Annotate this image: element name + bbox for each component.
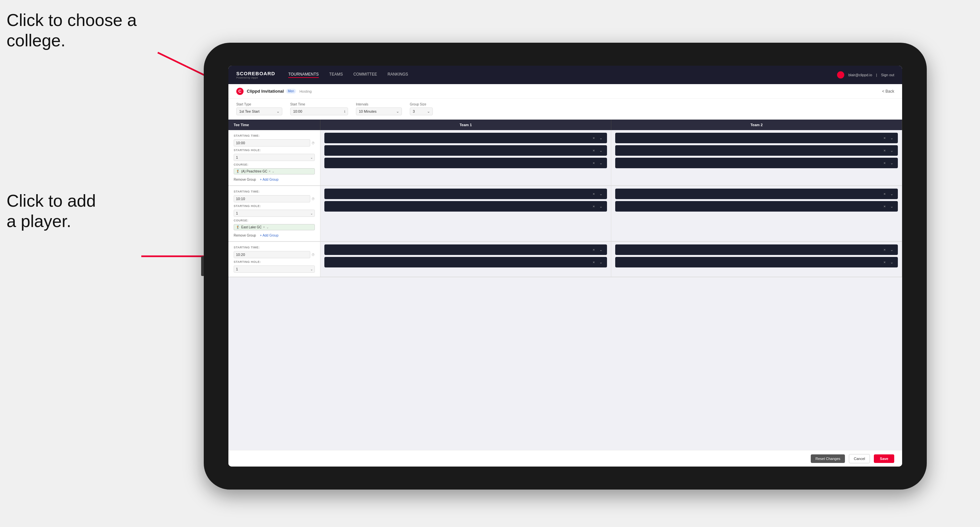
nav-tournaments[interactable]: TOURNAMENTS bbox=[288, 72, 318, 78]
player-chevron-btn-2-t2-2[interactable]: ⌄ bbox=[889, 204, 894, 209]
start-time-input[interactable] bbox=[290, 108, 348, 115]
player-row-2-t2-1[interactable]: × ⌄ bbox=[615, 189, 898, 199]
nav-bar: SCOREBOARD Powered by clippd TOURNAMENTS… bbox=[228, 66, 902, 84]
starting-hole-select-2[interactable]: 1 bbox=[234, 210, 315, 217]
player-row-1-t2-1[interactable]: × ⌄ bbox=[615, 133, 898, 143]
th-team2: Team 2 bbox=[611, 120, 902, 130]
cancel-button[interactable]: Cancel bbox=[849, 454, 870, 463]
player-x-btn-1-t2-3[interactable]: × bbox=[882, 160, 887, 166]
player-chevron-btn-2-t2-1[interactable]: ⌄ bbox=[889, 191, 894, 197]
player-chevron-btn-3-t1-2[interactable]: ⌄ bbox=[598, 260, 604, 265]
player-x-btn-3-t2-1[interactable]: × bbox=[882, 247, 887, 252]
course-edit-2[interactable]: ⌄ bbox=[266, 225, 269, 229]
course-remove-1[interactable]: × bbox=[269, 170, 270, 173]
sign-out-link[interactable]: Sign out bbox=[881, 73, 894, 77]
course-remove-2[interactable]: × bbox=[263, 225, 265, 229]
player-row-1-t1-2[interactable]: × ⌄ bbox=[325, 145, 607, 156]
course-name-2: East Lake GC bbox=[241, 225, 262, 229]
player-row-2-t1-2[interactable]: × ⌄ bbox=[325, 201, 607, 211]
intervals-label: Intervals bbox=[356, 103, 402, 106]
course-flag-1: 🏌 bbox=[236, 170, 240, 173]
player-chevron-btn-1-t2-3[interactable]: ⌄ bbox=[889, 160, 894, 166]
player-x-btn-3-t1-1[interactable]: × bbox=[592, 247, 596, 252]
player-chevron-btn-1-t1-2[interactable]: ⌄ bbox=[598, 148, 604, 154]
player-chevron-btn-1-t1-1[interactable]: ⌄ bbox=[598, 135, 604, 141]
player-x-btn-1-t1-2[interactable]: × bbox=[592, 148, 596, 153]
starting-time-label-1: STARTING TIME: bbox=[234, 134, 315, 137]
starting-time-input-3[interactable] bbox=[234, 251, 310, 258]
group-1-left: STARTING TIME: ⏱ STARTING HOLE: 1 COURSE… bbox=[228, 130, 320, 185]
course-tag-1[interactable]: 🏌 (A) Peachtree GC × ⌄ bbox=[234, 168, 315, 175]
player-x-btn-2-t1-1[interactable]: × bbox=[592, 191, 596, 197]
player-chevron-btn-1-t2-2[interactable]: ⌄ bbox=[889, 148, 894, 154]
nav-rankings[interactable]: RANKINGS bbox=[387, 72, 408, 78]
player-chevron-btn-3-t1-1[interactable]: ⌄ bbox=[598, 247, 604, 252]
group-size-select[interactable]: 3 bbox=[410, 108, 433, 115]
intervals-select-wrapper: 10 Minutes bbox=[356, 108, 402, 115]
player-row-1-t2-3[interactable]: × ⌄ bbox=[615, 158, 898, 168]
player-chevron-btn-2-t1-1[interactable]: ⌄ bbox=[598, 191, 604, 197]
player-chevron-btn-2-t1-2[interactable]: ⌄ bbox=[598, 204, 604, 209]
player-row-3-t2-2[interactable]: × ⌄ bbox=[615, 257, 898, 267]
starting-hole-select-1[interactable]: 1 bbox=[234, 154, 315, 161]
back-button[interactable]: < Back bbox=[882, 89, 894, 94]
table-header: Tee Time Team 1 Team 2 bbox=[228, 120, 902, 130]
player-chevron-btn-3-t2-2[interactable]: ⌄ bbox=[889, 260, 894, 265]
remove-group-2[interactable]: Remove Group bbox=[234, 233, 256, 237]
user-avatar bbox=[837, 71, 844, 79]
starting-time-input-2[interactable] bbox=[234, 195, 310, 202]
start-time-group: Start Time ℹ bbox=[290, 103, 348, 115]
player-x-btn-2-t2-2[interactable]: × bbox=[882, 204, 887, 209]
course-tag-2[interactable]: 🏌 East Lake GC × ⌄ bbox=[234, 224, 315, 230]
remove-group-1[interactable]: Remove Group bbox=[234, 178, 256, 181]
group-row-2: STARTING TIME: ⏱ STARTING HOLE: 1 COURSE… bbox=[228, 186, 902, 242]
player-x-btn-3-t1-2[interactable]: × bbox=[592, 260, 596, 265]
player-row-2-t1-1[interactable]: × ⌄ bbox=[325, 189, 607, 199]
player-x-btn-2-t2-1[interactable]: × bbox=[882, 191, 887, 197]
add-group-2[interactable]: + Add Group bbox=[260, 233, 278, 237]
hosting-label: Hosting bbox=[299, 89, 312, 93]
starting-hole-select-3[interactable]: 1 bbox=[234, 265, 315, 273]
player-x-btn-1-t1-1[interactable]: × bbox=[592, 135, 596, 141]
starting-hole-label-3: STARTING HOLE: bbox=[234, 260, 315, 264]
player-row-1-t2-2[interactable]: × ⌄ bbox=[615, 145, 898, 156]
player-row-2-t2-2[interactable]: × ⌄ bbox=[615, 201, 898, 211]
group-3-team2: × ⌄ × ⌄ bbox=[611, 242, 902, 277]
group-row-3: STARTING TIME: ⏱ STARTING HOLE: 1 × bbox=[228, 242, 902, 277]
course-edit-1[interactable]: ⌄ bbox=[272, 170, 274, 173]
group-3-team1: × ⌄ × ⌄ bbox=[320, 242, 611, 277]
player-x-btn-1-t1-3[interactable]: × bbox=[592, 160, 596, 166]
reset-changes-button[interactable]: Reset Changes bbox=[811, 454, 845, 463]
nav-right: blair@clippd.io | Sign out bbox=[837, 71, 894, 79]
player-x-btn-2-t1-2[interactable]: × bbox=[592, 204, 596, 209]
clippd-logo: C bbox=[236, 88, 243, 95]
player-row-1-t1-3[interactable]: × ⌄ bbox=[325, 158, 607, 168]
start-type-label: Start Type bbox=[236, 103, 282, 106]
player-chevron-btn-3-t2-1[interactable]: ⌄ bbox=[889, 247, 894, 252]
player-row-3-t2-1[interactable]: × ⌄ bbox=[615, 244, 898, 255]
starting-time-input-1[interactable] bbox=[234, 139, 310, 146]
course-name-1: (A) Peachtree GC bbox=[241, 170, 267, 173]
player-chevron-btn-1-t1-3[interactable]: ⌄ bbox=[598, 160, 604, 166]
player-chevron-btn-1-t2-1[interactable]: ⌄ bbox=[889, 135, 894, 141]
add-group-1[interactable]: + Add Group bbox=[260, 178, 278, 181]
logo-sub: Powered by clippd bbox=[236, 76, 275, 79]
nav-committee[interactable]: COMMITTEE bbox=[353, 72, 377, 78]
starting-hole-select-wrap-2: 1 bbox=[234, 210, 315, 217]
group-size-select-wrapper: 3 bbox=[410, 108, 433, 115]
player-x-btn-1-t2-2[interactable]: × bbox=[882, 148, 887, 153]
intervals-select[interactable]: 10 Minutes bbox=[356, 108, 402, 115]
nav-teams[interactable]: TEAMS bbox=[329, 72, 343, 78]
course-flag-2: 🏌 bbox=[236, 225, 240, 229]
player-x-btn-3-t2-2[interactable]: × bbox=[882, 260, 887, 265]
starting-hole-label-2: STARTING HOLE: bbox=[234, 204, 315, 208]
start-type-select[interactable]: 1st Tee Start bbox=[236, 108, 282, 115]
starting-hole-select-wrap-1: 1 bbox=[234, 154, 315, 161]
player-x-btn-1-t2-1[interactable]: × bbox=[882, 135, 887, 141]
player-row-3-t1-2[interactable]: × ⌄ bbox=[325, 257, 607, 267]
group-2-left: STARTING TIME: ⏱ STARTING HOLE: 1 COURSE… bbox=[228, 186, 320, 241]
save-button[interactable]: Save bbox=[874, 454, 894, 463]
player-row-1-t1-1[interactable]: × ⌄ bbox=[325, 133, 607, 143]
player-row-3-t1-1[interactable]: × ⌄ bbox=[325, 244, 607, 255]
th-team1: Team 1 bbox=[320, 120, 611, 130]
